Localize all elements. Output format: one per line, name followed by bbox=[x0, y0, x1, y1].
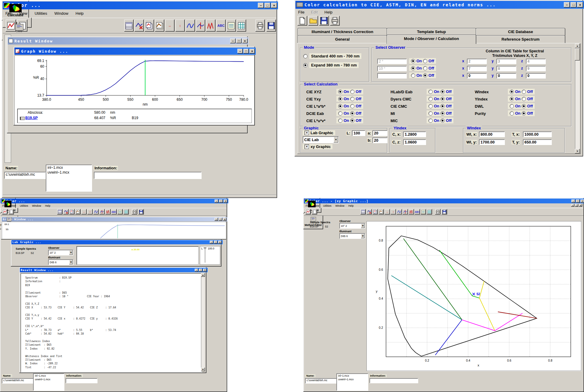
off-radio[interactable] bbox=[350, 90, 354, 94]
text-view-icon[interactable] bbox=[312, 209, 317, 215]
cz-field[interactable]: 1.0600 bbox=[403, 139, 426, 145]
mode-radio[interactable] bbox=[303, 54, 307, 58]
spectrum-list-icon[interactable] bbox=[227, 20, 236, 32]
vertical-cursor-icon[interactable] bbox=[196, 20, 205, 32]
tab-general[interactable]: General bbox=[298, 35, 387, 43]
checkbox[interactable]: ✕ bbox=[304, 144, 309, 149]
b-field[interactable]: 20 bbox=[372, 137, 388, 143]
illuminant-select[interactable]: D65 6 ▼ bbox=[48, 259, 73, 265]
off-label[interactable]: Off bbox=[527, 89, 533, 94]
on-radio[interactable] bbox=[510, 90, 514, 94]
chevron-down-icon[interactable]: ▼ bbox=[69, 260, 73, 264]
minimize-button[interactable]: – bbox=[571, 204, 574, 207]
scroll-down-button[interactable]: ▼ bbox=[201, 368, 205, 371]
a-field[interactable]: 20 bbox=[372, 130, 388, 136]
off-label[interactable]: Off bbox=[356, 104, 361, 108]
cie-column-field-y[interactable]: 0 bbox=[496, 73, 516, 79]
off-label[interactable]: Off bbox=[428, 59, 434, 63]
observer-field[interactable] bbox=[377, 73, 407, 79]
on-radio[interactable] bbox=[428, 111, 433, 116]
on-label[interactable]: On bbox=[434, 97, 439, 101]
ty-field[interactable]: 650.00 bbox=[523, 139, 552, 145]
off-label[interactable]: Off bbox=[356, 97, 361, 101]
mode-option[interactable]: Standard 400 nm - 700 nm bbox=[303, 53, 361, 59]
maximize-button[interactable]: □ bbox=[219, 218, 222, 221]
off-radio[interactable] bbox=[423, 59, 427, 63]
information-input[interactable] bbox=[66, 378, 97, 383]
off-label[interactable]: Off bbox=[527, 104, 533, 108]
menu-window[interactable]: Window bbox=[32, 204, 41, 207]
close-button[interactable]: × bbox=[223, 218, 227, 221]
observer-select[interactable]: 10° 2 ▼ bbox=[48, 250, 73, 255]
rescale-back-icon[interactable] bbox=[145, 20, 154, 32]
menu-help[interactable]: Help bbox=[76, 11, 84, 16]
information-input[interactable] bbox=[369, 378, 418, 383]
on-radio[interactable] bbox=[411, 66, 415, 70]
name-input[interactable]: c:\uvwinlab\lxh.mc bbox=[305, 378, 337, 384]
xy-graphic-checkbox[interactable]: ✕ xy Graphic bbox=[303, 144, 332, 149]
off-label[interactable]: Off bbox=[446, 89, 452, 94]
off-label[interactable]: Off bbox=[446, 111, 452, 116]
save-icon[interactable] bbox=[138, 209, 144, 215]
on-radio[interactable] bbox=[510, 111, 514, 116]
text-view-icon[interactable] bbox=[8, 209, 14, 215]
menu-utilities[interactable]: Utilities bbox=[20, 204, 28, 207]
data-table-icon[interactable] bbox=[237, 20, 246, 32]
off-radio[interactable] bbox=[350, 104, 354, 108]
off-label[interactable]: Off bbox=[446, 118, 452, 123]
wix-field[interactable]: 800.00 bbox=[479, 131, 505, 137]
list-item[interactable]: uvwinl~1.mcx bbox=[34, 378, 64, 381]
overlay-curves-icon[interactable] bbox=[186, 20, 195, 32]
data-table-icon[interactable] bbox=[123, 209, 129, 215]
expand-x-icon[interactable]: ↔ bbox=[385, 209, 390, 215]
minimize-button[interactable]: – bbox=[215, 218, 218, 221]
vertical-scrollbar[interactable]: ▲ ▼ bbox=[575, 44, 580, 153]
on-label[interactable]: On bbox=[344, 118, 349, 123]
information-input[interactable] bbox=[94, 172, 202, 179]
sample-link[interactable]: B19.SP bbox=[25, 116, 38, 120]
maximize-button[interactable]: □ bbox=[214, 241, 218, 244]
on-radio[interactable] bbox=[510, 97, 514, 101]
off-radio[interactable] bbox=[522, 104, 526, 108]
checkbox[interactable]: ✕ bbox=[304, 131, 309, 135]
abc-annotation-icon[interactable]: ABC bbox=[111, 209, 117, 215]
menu-window[interactable]: Window bbox=[54, 11, 68, 16]
off-label[interactable]: Off bbox=[527, 111, 533, 116]
on-radio[interactable] bbox=[338, 111, 342, 116]
report-window-icon[interactable] bbox=[57, 209, 63, 215]
on-label[interactable]: On bbox=[515, 111, 521, 116]
peak-labels-icon[interactable] bbox=[409, 209, 414, 215]
on-radio[interactable] bbox=[428, 90, 433, 94]
on-radio[interactable] bbox=[428, 104, 433, 108]
minimize-button[interactable]: – bbox=[195, 269, 198, 272]
spectrum-list-icon[interactable] bbox=[421, 209, 426, 215]
off-radio[interactable] bbox=[350, 119, 354, 123]
overlay-curves-icon[interactable] bbox=[397, 209, 402, 215]
cie-column-field-y[interactable]: 3 bbox=[496, 59, 516, 64]
on-radio[interactable] bbox=[338, 90, 342, 94]
menu-utilities[interactable]: Utilities bbox=[35, 11, 47, 16]
off-label[interactable]: Off bbox=[428, 73, 434, 78]
maximize-button[interactable]: □ bbox=[264, 3, 270, 8]
delete-spectrum-icon[interactable] bbox=[63, 209, 69, 215]
observer-field[interactable]: 2 ° bbox=[377, 59, 407, 64]
illuminant-select[interactable]: D65 6 ▼ bbox=[339, 233, 365, 239]
print-icon[interactable] bbox=[255, 20, 265, 32]
off-radio[interactable] bbox=[522, 111, 526, 116]
on-label[interactable]: On bbox=[434, 89, 439, 94]
maximize-button[interactable]: □ bbox=[236, 39, 242, 43]
off-radio[interactable] bbox=[440, 104, 445, 108]
on-label[interactable]: On bbox=[416, 59, 422, 63]
cie-column-field-z[interactable]: 9 bbox=[526, 66, 546, 71]
rescale-back-icon[interactable] bbox=[372, 209, 378, 215]
overlay-curves-icon[interactable] bbox=[93, 209, 99, 215]
graph-view-icon[interactable] bbox=[2, 209, 8, 215]
on-label[interactable]: On bbox=[434, 111, 439, 116]
menu-window[interactable]: Window bbox=[335, 204, 344, 207]
close-button[interactable]: × bbox=[580, 199, 584, 203]
cie-column-field-y[interactable]: 8 bbox=[496, 66, 516, 71]
abc-annotation-icon[interactable]: ABC bbox=[415, 209, 420, 215]
save-icon[interactable] bbox=[442, 209, 447, 215]
menu-help[interactable]: Help bbox=[45, 204, 50, 207]
observer-select[interactable]: 10° 2 ▼ bbox=[339, 223, 365, 229]
